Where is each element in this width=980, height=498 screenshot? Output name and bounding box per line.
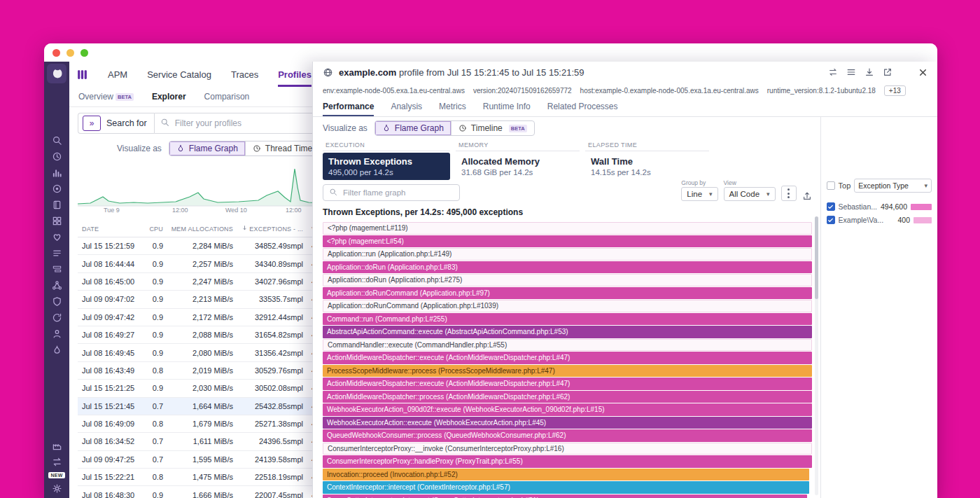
table-row[interactable]: Jul 15 15:21:450.71,664 MiB/s25432.85smp…	[78, 398, 324, 415]
compare-icon[interactable]	[828, 67, 838, 77]
subnav-item-overview[interactable]: OverviewBETA	[78, 92, 134, 102]
flame-frame[interactable]: Application::doRun (Application.php:L#27…	[323, 274, 812, 286]
history-icon[interactable]	[47, 148, 66, 165]
legend-label[interactable]: Example\Va...	[839, 216, 895, 224]
flame-frame[interactable]: ScopeSetterInterceptor::intercept (Scope…	[323, 494, 807, 498]
export-icon[interactable]	[802, 191, 812, 201]
table-row[interactable]: Jul 08 16:49:090.81,679 MiB/s25271.38smp…	[78, 415, 324, 433]
panel-timeline-option[interactable]: Timeline BETA	[451, 121, 534, 135]
table-row[interactable]: Jul 09 09:47:250.71,595 MiB/s24139.58smp…	[78, 451, 324, 469]
list-icon[interactable]	[846, 67, 856, 77]
tag-chip[interactable]: runtime_version:8.1.2-1ubuntu2.18	[767, 87, 876, 95]
flame-frame[interactable]: ConsumerInterceptorProxy::__invoke (Cons…	[323, 443, 812, 455]
flame-frame[interactable]: ContextInterceptor::intercept (ContextIn…	[323, 481, 809, 494]
profiles-timeseries-chart[interactable]	[78, 162, 324, 207]
tab-analysis[interactable]: Analysis	[391, 98, 422, 116]
close-icon[interactable]	[918, 67, 928, 78]
tab-performance[interactable]: Performance	[323, 98, 374, 116]
watchdog-icon[interactable]	[47, 181, 66, 197]
subnav-item-explorer[interactable]: Explorer	[152, 92, 186, 102]
table-row[interactable]: Jul 08 16:44:440.92,257 MiB/s34340.89smp…	[78, 255, 324, 272]
flame-frame[interactable]: QueuedWebhookConsumer::process (QueuedWe…	[323, 429, 812, 442]
flame-frame[interactable]: ActionMiddlewareDispatcher::execute (Act…	[323, 352, 812, 364]
flame-frame[interactable]: WebhookExecutorAction_090d02f::execute (…	[323, 403, 812, 416]
tag-chip[interactable]: env:example-node-005.exa.1a.eu-central.a…	[323, 87, 465, 95]
table-row[interactable]: Jul 08 16:49:450.92,080 MiB/s31356.42smp…	[78, 344, 324, 361]
column-header-cpu[interactable]: CPU	[141, 226, 163, 233]
tag-chip[interactable]: host:example-0.example-node-005.exa.1a.e…	[580, 87, 759, 95]
sort-down-icon[interactable]	[241, 225, 248, 233]
infrastructure-icon[interactable]	[47, 213, 66, 229]
flame-frame[interactable]: Application::doRunCommand (Application.p…	[323, 300, 812, 312]
nav-item-traces[interactable]: Traces	[231, 62, 258, 87]
metric-card-thrown-exceptions[interactable]: Thrown Exceptions495,000 per 14.2s	[323, 153, 450, 180]
rum-icon[interactable]	[47, 326, 66, 342]
legend-label[interactable]: Sebastian...	[839, 202, 877, 211]
legend-checkbox[interactable]	[827, 216, 835, 224]
flame-frame[interactable]: ProcessScopeMiddleware::process (Process…	[323, 365, 812, 378]
flame-frame[interactable]: Application::doRunCommand (Application.p…	[323, 287, 812, 300]
subnav-item-comparison[interactable]: Comparison	[204, 92, 250, 102]
metric-card-allocated-memory[interactable]: Allocated Memory31.68 GiB per 14.2s	[456, 153, 580, 180]
monitors-icon[interactable]	[47, 229, 66, 245]
traffic-light-zoom[interactable]	[80, 49, 88, 57]
table-row[interactable]: Jul 08 16:49:270.92,088 MiB/s31654.82smp…	[78, 326, 324, 344]
table-row[interactable]: Jul 08 16:43:490.82,019 MiB/s30529.76smp…	[78, 362, 324, 380]
flame-frame[interactable]: ConsumerInterceptorProxy::handleProxy (P…	[323, 455, 812, 468]
open-in-new-icon[interactable]	[883, 67, 892, 77]
more-tags-chip[interactable]: +13	[884, 85, 906, 96]
processes-icon[interactable]	[47, 438, 66, 454]
exception-type-select[interactable]: Exception Type ▾	[854, 179, 932, 193]
table-row[interactable]: Jul 08 16:34:520.71,611 MiB/s24396.5smpl…	[78, 433, 324, 450]
security-icon[interactable]	[47, 293, 66, 310]
settings-icon[interactable]	[47, 480, 66, 497]
tag-chip[interactable]: version:2024071509162659772	[473, 87, 572, 95]
search-for-button[interactable]: Search for	[106, 118, 147, 128]
tab-metrics[interactable]: Metrics	[439, 98, 466, 116]
tab-runtime-info[interactable]: Runtime Info	[483, 98, 531, 116]
table-row[interactable]: Jul 09 09:47:020.92,213 MiB/s33535.7smpl…	[78, 291, 324, 308]
table-row[interactable]: Jul 15 15:21:250.92,030 MiB/s30502.08smp…	[78, 380, 324, 397]
org-switcher-icon[interactable]	[76, 69, 88, 81]
flame-frame[interactable]: WebhookExecutorAction::execute (WebhookE…	[323, 417, 812, 429]
logs-icon[interactable]	[47, 245, 66, 261]
flame-frame[interactable]: CommandHandler::execute (CommandHandler.…	[323, 339, 812, 352]
flame-frame[interactable]: Command::run (Command.php:L#255)	[323, 313, 812, 326]
flame-frame[interactable]: Application::doRun (Application.php:L#83…	[323, 261, 812, 274]
flame-frame[interactable]: Application::run (Application.php:L#149)	[323, 248, 812, 261]
download-icon[interactable]	[864, 67, 874, 77]
datadog-logo[interactable]	[47, 64, 66, 83]
nav-item-service-catalog[interactable]: Service Catalog	[147, 62, 211, 87]
table-row[interactable]: Jul 08 16:48:300.91,666 MiB/s22007.45smp…	[78, 486, 324, 498]
flame-frame[interactable]: <?php (magement:L#54)	[323, 235, 812, 248]
top-checkbox[interactable]	[827, 181, 835, 190]
panel-flame-graph-option[interactable]: Flame Graph	[375, 121, 451, 135]
more-options-button[interactable]	[781, 186, 797, 201]
table-row[interactable]: Jul 08 16:45:000.92,247 MiB/s34027.96smp…	[78, 273, 324, 291]
ci-icon[interactable]	[47, 310, 66, 326]
tab-related-processes[interactable]: Related Processes	[547, 98, 618, 116]
flame-frame[interactable]: ActionMiddlewareDispatcher::process (Act…	[323, 391, 812, 403]
column-header-exc[interactable]: EXCEPTIONS - ...	[233, 225, 303, 233]
column-header-mem[interactable]: MEM ALLOCATIONS	[163, 226, 233, 233]
table-row[interactable]: Jul 09 09:47:420.92,172 MiB/s32912.44smp…	[78, 309, 324, 326]
nav-item-apm[interactable]: APM	[108, 62, 127, 87]
nav-item-profiles[interactable]: Profiles	[278, 62, 312, 87]
profiling-icon[interactable]	[47, 342, 66, 358]
flame-frame[interactable]: Invocation::proceed (Invocation.php:L#52…	[323, 469, 809, 481]
flame-scrollbar[interactable]	[815, 216, 818, 495]
flame-frame[interactable]: <?php (magement:L#119)	[323, 222, 812, 235]
metric-card-wall-time[interactable]: Wall Time14.15s per 14.2s	[585, 153, 709, 180]
flame-graph-filter-input[interactable]	[342, 188, 454, 198]
search-icon[interactable]	[47, 132, 66, 148]
column-header-date[interactable]: DATE	[78, 226, 141, 233]
notebooks-icon[interactable]	[47, 197, 66, 213]
flame-frame[interactable]: ActionMiddlewareDispatcher::execute (Act…	[323, 378, 812, 390]
view-select[interactable]: All Code ▾	[724, 187, 776, 201]
group-by-select[interactable]: Line ▾	[681, 187, 718, 201]
network-icon[interactable]	[47, 277, 66, 293]
expand-panel-button[interactable]: »	[83, 116, 101, 131]
metrics-icon[interactable]	[47, 165, 66, 181]
table-row[interactable]: Jul 15 15:22:210.81,475 MiB/s22518.19smp…	[78, 469, 324, 486]
apm-icon[interactable]	[47, 261, 66, 277]
